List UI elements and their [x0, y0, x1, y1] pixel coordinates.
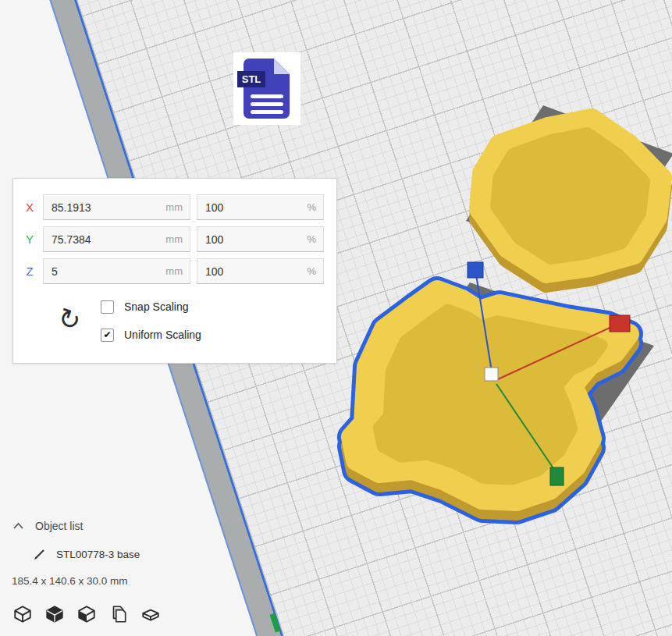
x-axis-label: X	[23, 201, 37, 214]
uniform-scaling-label: Uniform Scaling	[124, 329, 201, 341]
x-size-input[interactable]	[43, 194, 190, 220]
scale-tool-panel: X mm % Y mm % Z mm	[12, 178, 337, 364]
stl-label: STL	[242, 73, 261, 85]
scale-handle-x[interactable]	[610, 315, 630, 332]
snap-scaling-label: Snap Scaling	[124, 300, 189, 313]
x-percent-field: %	[197, 194, 324, 220]
reset-icon: ↺	[54, 300, 85, 337]
snap-scaling-checkbox[interactable]	[101, 300, 114, 314]
z-axis-label: Z	[23, 265, 37, 278]
file-pages-icon[interactable]	[107, 602, 130, 626]
view-mode-toolbar	[11, 602, 162, 626]
z-percent-field: %	[197, 258, 324, 284]
object-list-item[interactable]: STL00778-3 base	[33, 548, 140, 560]
x-percent-input[interactable]	[197, 194, 324, 220]
y-percent-field: %	[197, 226, 324, 252]
uniform-scaling-checkbox[interactable]: ✔	[101, 329, 114, 342]
y-size-field: mm	[43, 226, 190, 252]
x-size-field: mm	[43, 194, 190, 220]
scale-handle-z[interactable]	[468, 262, 483, 278]
scale-handle-y[interactable]	[550, 467, 564, 485]
z-percent-input[interactable]	[197, 258, 324, 284]
object-dimensions: 185.4 x 140.6 x 30.0 mm	[12, 575, 128, 587]
cube-half-icon[interactable]	[75, 602, 98, 626]
y-size-input[interactable]	[43, 226, 190, 252]
y-percent-input[interactable]	[197, 226, 324, 252]
model-unselected[interactable]	[479, 119, 662, 282]
object-list-header[interactable]: Object list	[12, 520, 83, 532]
flat-box-icon[interactable]	[139, 602, 162, 626]
pencil-icon	[33, 548, 47, 560]
reset-scale-button[interactable]: ↺	[49, 299, 89, 339]
scale-handle-center[interactable]	[485, 368, 498, 381]
check-icon: ✔	[103, 329, 111, 340]
viewport[interactable]: STL X mm % Y mm %	[0, 0, 672, 636]
stl-file-badge: STL	[233, 52, 300, 125]
chevron-up-icon	[12, 522, 24, 530]
object-list-title: Object list	[35, 520, 83, 532]
z-size-input[interactable]	[43, 258, 190, 284]
cube-wireframe-icon[interactable]	[11, 602, 34, 626]
object-item-name: STL00778-3 base	[56, 549, 140, 560]
model-selected[interactable]	[351, 290, 629, 510]
stl-file-icon: STL	[233, 52, 300, 125]
cube-solid-icon[interactable]	[43, 602, 66, 626]
z-size-field: mm	[43, 258, 190, 284]
y-axis-label: Y	[23, 233, 37, 246]
